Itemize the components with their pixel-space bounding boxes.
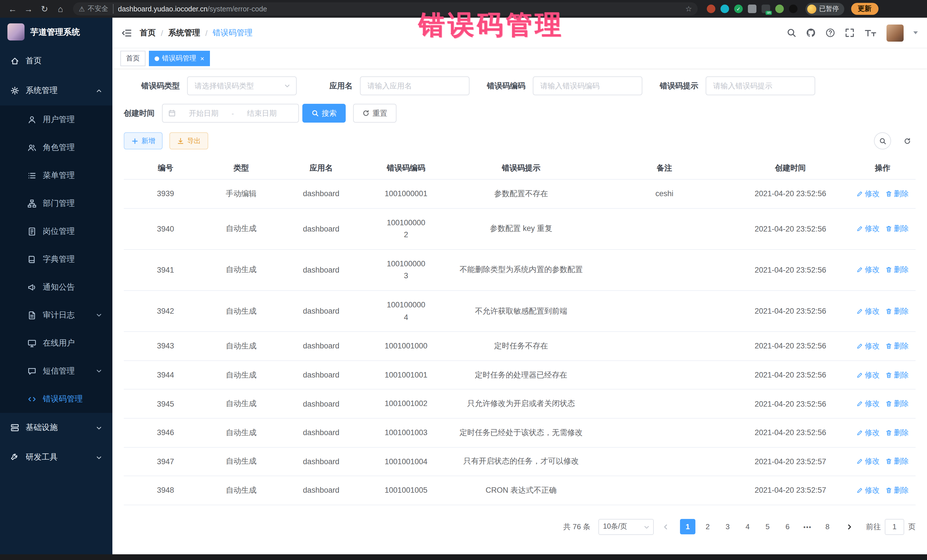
extension-gray-icon[interactable] <box>748 5 757 13</box>
error-code-input-field[interactable] <box>539 81 636 91</box>
delete-link[interactable]: 删除 <box>885 265 909 275</box>
page-button[interactable]: 1 <box>680 519 695 534</box>
browser-profile-chip[interactable]: 已暂停 <box>805 3 844 15</box>
sidebar-item-menu[interactable]: 菜单管理 <box>0 161 112 189</box>
date-range-separator: - <box>232 109 234 117</box>
delete-link[interactable]: 删除 <box>885 485 909 496</box>
extension-red-icon[interactable] <box>707 5 715 13</box>
page-button[interactable]: 2 <box>700 519 715 534</box>
edit-link[interactable]: 修改 <box>856 485 880 496</box>
extension-leaf-icon[interactable] <box>775 5 784 13</box>
sidebar-item-online[interactable]: 在线用户 <box>0 329 112 357</box>
prev-page-button[interactable] <box>658 519 673 534</box>
user-avatar[interactable] <box>886 24 904 41</box>
font-size-icon[interactable] <box>864 28 877 37</box>
extension-switch-icon[interactable]: on <box>761 5 770 13</box>
tab-home[interactable]: 首页 <box>120 51 146 66</box>
delete-link-label: 删除 <box>894 341 909 351</box>
date-range-picker[interactable]: - <box>162 104 299 123</box>
column-header: 类型 <box>207 157 275 179</box>
page-button[interactable]: 4 <box>740 519 755 534</box>
toggle-search-button[interactable] <box>874 132 891 149</box>
sidebar-collapse-icon[interactable] <box>122 28 132 38</box>
goto-page-input[interactable] <box>885 519 904 535</box>
delete-link[interactable]: 删除 <box>885 223 909 234</box>
extension-green-check-icon[interactable]: ✓ <box>734 5 743 13</box>
edit-link[interactable]: 修改 <box>856 399 880 409</box>
delete-link-label: 删除 <box>894 370 909 380</box>
sidebar-item-audit[interactable]: 审计日志 <box>0 301 112 329</box>
sidebar-logo[interactable]: 芋道管理系统 <box>0 18 112 46</box>
breadcrumb-item[interactable]: 首页 <box>140 28 156 38</box>
error-code-input[interactable] <box>533 76 642 95</box>
sidebar-item-system[interactable]: 系统管理 <box>0 76 112 106</box>
sidebar-item-dict[interactable]: 字典管理 <box>0 245 112 273</box>
app-name-input[interactable] <box>360 76 470 95</box>
sidebar-item-errorcode[interactable]: 错误码管理 <box>0 385 112 413</box>
fullscreen-icon[interactable] <box>845 28 854 38</box>
app-name-input-field[interactable] <box>366 81 463 91</box>
delete-link[interactable]: 删除 <box>885 341 909 351</box>
sidebar-item-home[interactable]: 首页 <box>0 46 112 76</box>
error-type-select-input[interactable] <box>193 81 281 91</box>
edit-link[interactable]: 修改 <box>856 223 880 234</box>
start-date-input[interactable] <box>179 108 228 118</box>
sidebar-item-sms[interactable]: 短信管理 <box>0 357 112 385</box>
edit-link[interactable]: 修改 <box>856 427 880 438</box>
search-icon[interactable] <box>787 28 796 38</box>
edit-link-label: 修改 <box>865 457 880 467</box>
reset-button[interactable]: 重置 <box>353 104 397 123</box>
help-icon[interactable] <box>825 28 835 38</box>
forward-button[interactable]: → <box>22 2 35 16</box>
sidebar-item-post[interactable]: 岗位管理 <box>0 217 112 245</box>
edit-link[interactable]: 修改 <box>856 265 880 275</box>
close-tab-icon[interactable]: × <box>200 55 204 62</box>
delete-link[interactable]: 删除 <box>885 306 909 316</box>
avatar-caret-icon[interactable] <box>913 31 918 34</box>
delete-link[interactable]: 删除 <box>885 399 909 409</box>
export-button[interactable]: 导出 <box>169 132 208 149</box>
delete-link[interactable]: 删除 <box>885 427 909 438</box>
edit-link[interactable]: 修改 <box>856 341 880 351</box>
add-button[interactable]: 新增 <box>124 132 163 149</box>
sidebar-item-notice[interactable]: 通知公告 <box>0 273 112 301</box>
error-hint-input[interactable] <box>706 76 815 95</box>
extensions-row: ✓ on <box>707 5 798 13</box>
extension-teal-icon[interactable] <box>720 5 729 13</box>
bookmark-star-icon[interactable]: ☆ <box>685 5 692 13</box>
delete-link[interactable]: 删除 <box>885 189 909 199</box>
sidebar-item-devtools[interactable]: 研发工具 <box>0 443 112 472</box>
extension-pin-icon[interactable] <box>789 5 798 13</box>
browser-update-button[interactable]: 更新 <box>851 3 878 15</box>
delete-link[interactable]: 删除 <box>885 370 909 380</box>
back-button[interactable]: ← <box>6 2 20 16</box>
edit-link[interactable]: 修改 <box>856 370 880 380</box>
delete-link[interactable]: 删除 <box>885 457 909 467</box>
edit-link[interactable]: 修改 <box>856 189 880 199</box>
search-button[interactable]: 搜索 <box>302 104 346 123</box>
reload-button[interactable]: ↻ <box>38 2 51 16</box>
page-button[interactable]: 5 <box>760 519 775 534</box>
home-button[interactable]: ⌂ <box>54 2 67 16</box>
page-button[interactable]: 8 <box>820 519 835 534</box>
error-type-select[interactable] <box>187 76 296 95</box>
tab-errorcode[interactable]: 错误码管理× <box>149 51 210 66</box>
address-bar[interactable]: ⚠ 不安全 dashboard.yudao.iocoder.cn/system/… <box>73 2 698 15</box>
sidebar-item-infra[interactable]: 基础设施 <box>0 413 112 443</box>
page-button[interactable]: 6 <box>780 519 795 534</box>
next-page-button[interactable] <box>842 519 857 534</box>
pagination-ellipsis[interactable]: ••• <box>800 519 815 534</box>
edit-link[interactable]: 修改 <box>856 457 880 467</box>
refresh-table-button[interactable] <box>898 132 916 149</box>
sidebar-item-user[interactable]: 用户管理 <box>0 106 112 134</box>
sidebar-item-role[interactable]: 角色管理 <box>0 134 112 161</box>
github-icon[interactable] <box>806 28 816 38</box>
page-size-select[interactable]: 10条/页 <box>599 519 654 535</box>
error-hint-input-field[interactable] <box>712 81 809 91</box>
edit-link[interactable]: 修改 <box>856 306 880 316</box>
page-button[interactable]: 3 <box>720 519 736 534</box>
sidebar-item-dept[interactable]: 部门管理 <box>0 189 112 217</box>
end-date-input[interactable] <box>237 108 286 118</box>
breadcrumb-item[interactable]: 系统管理 <box>168 28 200 38</box>
cell-memo <box>597 390 731 418</box>
